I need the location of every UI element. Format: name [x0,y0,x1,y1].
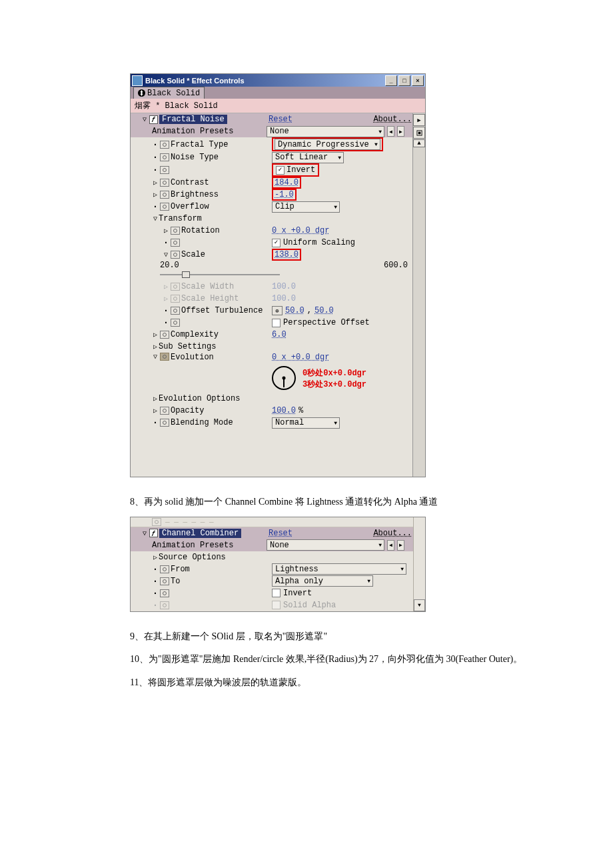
breadcrumb: 烟雾 * Black Solid [131,99,425,113]
stopwatch-icon[interactable] [160,179,169,187]
close-button[interactable]: × [412,75,424,86]
fractal-type-dropdown[interactable]: Dynamic Progressive [275,139,380,150]
fx-toggle[interactable]: ƒ [149,115,158,124]
fx-toggle[interactable]: ƒ [149,529,158,537]
bullet-icon [133,152,159,163]
stopwatch-icon[interactable] [160,589,169,597]
scale-min: 20.0 [160,261,179,270]
twirl-down-icon[interactable] [133,353,159,361]
bullet-icon [133,305,169,316]
stopwatch-icon[interactable] [160,331,169,339]
brightness-value[interactable]: -1.0 [275,190,294,199]
twirl-down-icon[interactable] [133,215,159,223]
scrollbar-down-button[interactable]: ▼ [414,599,425,611]
complexity-value[interactable]: 6.0 [272,330,287,339]
invert-checkbox[interactable] [276,166,285,175]
invert-checkbox[interactable] [272,589,281,597]
scrollbar[interactable]: ▼ [413,517,425,611]
to-dropdown[interactable]: Alpha only [272,575,373,587]
bullet-icon [133,576,159,587]
twirl-down-icon[interactable] [133,251,169,259]
stopwatch-icon[interactable] [160,419,169,427]
twirl-right-icon[interactable] [133,407,159,415]
step-8-text: 8、再为 solid 施加一个 Channel Combine 将 Lightn… [130,493,613,511]
offset-x-value[interactable]: 50.0 [285,306,305,315]
stopwatch-icon[interactable] [160,141,169,149]
twirl-right-icon[interactable] [133,553,159,561]
opacity-label: Opacity [171,406,272,415]
toggle-switches-button[interactable] [413,127,425,139]
reset-link[interactable]: Reset [269,115,293,124]
effect-name[interactable]: Fractal Noise [159,115,227,124]
reset-link[interactable]: Reset [269,529,293,538]
contrast-label: Contrast [171,178,272,187]
twirl-right-icon[interactable] [133,295,169,303]
offset-turbulence-row: Offset Turbulence ⊕ 50.0, 50.0 [131,305,425,317]
perspective-offset-checkbox[interactable] [272,319,281,327]
bullet-icon [133,139,159,150]
contrast-value[interactable]: 184.0 [275,178,299,187]
scale-height-row: Scale Height 100.0 [131,293,425,305]
preset-prev-button[interactable]: ◀ [387,126,394,137]
maximize-button[interactable]: □ [398,75,410,86]
twirl-down-icon[interactable] [133,115,148,123]
position-icon[interactable]: ⊕ [272,306,283,315]
animation-presets-dropdown[interactable]: None [267,539,384,551]
uniform-scaling-checkbox[interactable] [272,239,281,247]
sub-settings-row: Sub Settings [131,341,425,353]
scale-slider[interactable] [160,271,280,278]
flyout-menu-button[interactable]: ▶ [413,114,425,126]
stopwatch-icon[interactable] [171,239,180,247]
twirl-down-icon[interactable] [133,529,148,537]
twirl-right-icon[interactable] [133,331,159,339]
evolution-dial[interactable] [272,366,296,390]
twirl-right-icon[interactable] [133,227,169,235]
opacity-value[interactable]: 100.0 [272,406,296,415]
rotation-row: Rotation 0 x +0.0 dgr [131,225,425,237]
blending-mode-dropdown[interactable]: Normal [272,417,340,429]
stopwatch-icon[interactable] [160,153,169,161]
fractal-type-row: Fractal Type Dynamic Progressive [131,137,425,151]
stopwatch-icon[interactable] [160,191,169,199]
window-titlebar[interactable]: Black Solid * Effect Controls _ □ × [131,74,425,87]
evolution-value[interactable]: 0 x +0.0 dgr [272,353,329,362]
minimize-button[interactable]: _ [385,75,397,86]
from-dropdown[interactable]: Lightness [272,563,406,575]
to-label: To [171,577,272,586]
stopwatch-icon[interactable] [160,565,169,573]
scale-range-row: 20.0 600.0 [131,261,425,270]
noise-type-dropdown[interactable]: Soft Linear [272,152,344,163]
stopwatch-icon[interactable] [171,319,180,327]
preset-prev-button[interactable]: ◀ [387,540,394,551]
twirl-right-icon[interactable] [133,191,159,199]
effect-name[interactable]: Channel Combiner [159,529,241,538]
twirl-right-icon[interactable] [133,179,159,187]
scale-value[interactable]: 138.0 [275,250,299,259]
opacity-unit: % [299,406,303,415]
rotation-value[interactable]: 0 x +0.0 dgr [272,226,329,235]
preset-next-button[interactable]: ▶ [397,126,404,137]
stopwatch-icon[interactable] [160,407,169,415]
stopwatch-icon[interactable] [171,307,180,315]
stopwatch-icon[interactable] [160,203,169,211]
preset-next-button[interactable]: ▶ [397,540,404,551]
about-link[interactable]: About... [373,529,412,538]
twirl-right-icon[interactable] [133,343,159,351]
bullet-icon [133,588,159,599]
overflow-dropdown[interactable]: Clip [272,201,340,213]
twirl-right-icon[interactable] [133,395,159,403]
scrollbar-up-button[interactable]: ▲ [413,139,425,147]
animation-presets-dropdown[interactable]: None [267,126,384,137]
offset-y-value[interactable]: 50.0 [314,306,334,315]
uniform-scaling-row: Uniform Scaling [131,237,425,249]
about-link[interactable]: About... [373,115,412,124]
effect-header-row: ƒ Channel Combiner Reset About... [131,527,425,539]
stopwatch-icon-keyframed[interactable] [160,353,169,361]
tab-black-solid[interactable]: Black Solid [133,87,205,99]
stopwatch-icon[interactable] [171,251,180,259]
stopwatch-icon[interactable] [171,227,180,235]
stopwatch-icon[interactable] [160,166,169,174]
stopwatch-icon [171,295,180,303]
twirl-right-icon[interactable] [133,283,169,291]
stopwatch-icon[interactable] [160,577,169,585]
